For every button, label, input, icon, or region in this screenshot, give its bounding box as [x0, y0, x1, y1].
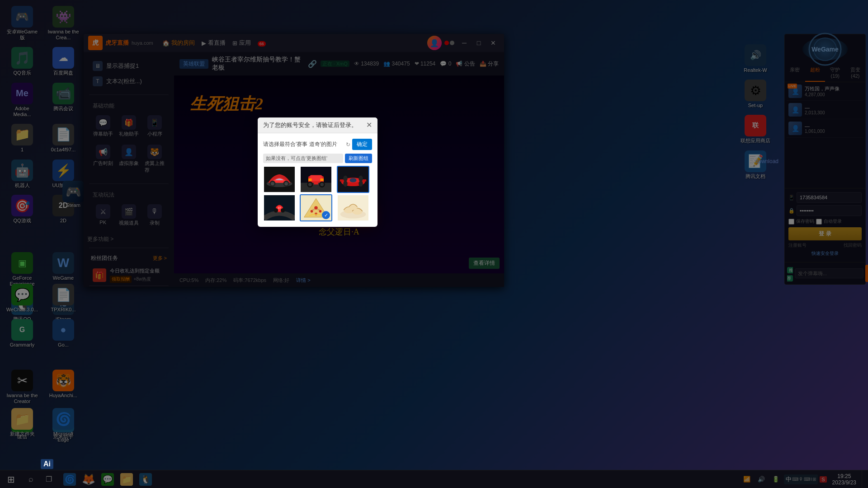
- captcha-cell-2[interactable]: [300, 166, 332, 193]
- svg-point-37: [311, 210, 313, 213]
- svg-point-29: [343, 176, 347, 182]
- captcha-cell-3[interactable]: [337, 166, 369, 193]
- captcha-refresh-icon[interactable]: ↻: [346, 141, 350, 148]
- svg-rect-15: [321, 178, 324, 181]
- svg-point-33: [281, 208, 285, 212]
- svg-point-24: [349, 178, 356, 182]
- svg-point-7: [271, 182, 274, 186]
- svg-point-27: [343, 181, 347, 187]
- ai-label: Ai: [41, 459, 53, 469]
- captcha-cell-1[interactable]: [263, 166, 296, 193]
- captcha-confirm-btn[interactable]: 确定: [352, 139, 372, 150]
- svg-point-41: [317, 209, 320, 211]
- desktop: 🎮 安卓WeGame版 👾 Iwanna be the Crea... 🎵 QQ…: [0, 0, 868, 488]
- svg-point-32: [274, 208, 278, 212]
- captcha-tooltip-text: 如果没有，可点击'更换图组': [263, 154, 343, 163]
- captcha-modal: 为了您的账号安全，请验证后登录。 ✕ 请选择最符合'赛事 道奇'的图片 ↻ 确定…: [258, 117, 377, 227]
- captcha-title: 为了您的账号安全，请验证后登录。: [263, 121, 357, 129]
- captcha-cell-5[interactable]: ✓: [300, 194, 332, 221]
- captcha-tooltip-bar: 如果没有，可点击'更换图组' 刷新图组: [263, 154, 372, 163]
- svg-point-40: [312, 209, 315, 211]
- svg-point-28: [359, 181, 363, 187]
- svg-point-46: [349, 204, 357, 210]
- captcha-cell-4[interactable]: GT: [263, 194, 296, 221]
- svg-rect-14: [308, 178, 312, 181]
- captcha-title-bar: 为了您的账号安全，请验证后登录。 ✕: [258, 117, 377, 133]
- svg-point-36: [315, 206, 318, 210]
- captcha-cell-6[interactable]: [337, 194, 369, 221]
- captcha-body: 请选择最符合'赛事 道奇'的图片 ↻ 确定 如果没有，可点击'更换图组' 刷新图…: [258, 133, 377, 227]
- svg-point-19: [308, 183, 312, 187]
- captcha-close-btn[interactable]: ✕: [366, 122, 372, 129]
- svg-point-21: [321, 183, 324, 187]
- captcha-instruction-text: 请选择最符合'赛事 道奇'的图片: [263, 141, 337, 148]
- captcha-actions: ↻ 确定: [346, 139, 372, 150]
- captcha-instruction-row: 请选择最符合'赛事 道奇'的图片 ↻ 确定: [263, 139, 372, 150]
- svg-rect-13: [310, 175, 322, 181]
- captcha-image-grid: GT: [263, 166, 372, 221]
- svg-point-9: [284, 182, 288, 186]
- captcha-change-btn[interactable]: 刷新图组: [345, 154, 372, 163]
- svg-point-30: [359, 176, 363, 182]
- modal-overlay[interactable]: 为了您的账号安全，请验证后登录。 ✕ 请选择最符合'赛事 道奇'的图片 ↻ 确定…: [0, 0, 868, 488]
- svg-point-38: [319, 210, 322, 213]
- svg-text:GT: GT: [278, 207, 281, 209]
